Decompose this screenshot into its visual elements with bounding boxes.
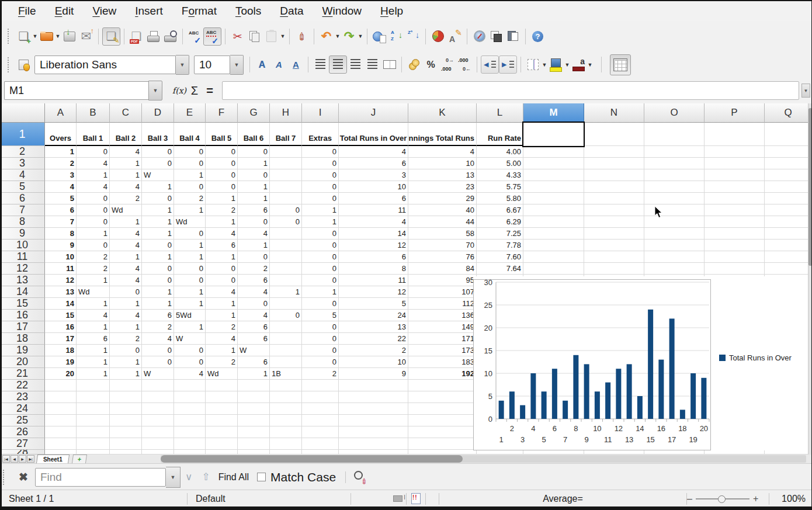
row-header-14[interactable]: 14	[0, 286, 45, 298]
cell-E9[interactable]: 0	[174, 228, 206, 240]
cell-K27[interactable]	[408, 438, 477, 450]
cell-E22[interactable]	[174, 380, 206, 391]
sort-descending-icon[interactable]	[405, 28, 422, 45]
cell-L11[interactable]: 7.60	[477, 251, 523, 263]
cell-K2[interactable]: 4	[408, 146, 477, 158]
cell-I21[interactable]: 2	[302, 368, 339, 380]
cell-G9[interactable]: 4	[238, 228, 270, 240]
cell-A3[interactable]: 2	[45, 158, 77, 169]
cell-E27[interactable]	[174, 438, 206, 450]
cell-N3[interactable]	[584, 158, 644, 169]
row-header-23[interactable]: 23	[0, 391, 45, 403]
cell-G4[interactable]: 0	[238, 169, 270, 181]
cell-B20[interactable]: 1	[77, 356, 110, 368]
cell-J14[interactable]: 12	[339, 286, 408, 298]
cell-K7[interactable]: 40	[408, 204, 477, 216]
cell-J28[interactable]	[339, 450, 408, 455]
cell-A24[interactable]	[45, 403, 77, 415]
cell-D4[interactable]: W	[142, 169, 174, 181]
cell-Q4[interactable]	[765, 169, 812, 181]
column-header-B[interactable]: B	[77, 103, 110, 123]
cell-C9[interactable]: 4	[110, 228, 142, 240]
cell-K20[interactable]: 183	[408, 356, 477, 368]
cell-G8[interactable]: 0	[238, 216, 270, 228]
italic-icon[interactable]	[270, 56, 287, 73]
cell-D14[interactable]: 1	[142, 286, 174, 298]
cell-L5[interactable]: 5.75	[477, 181, 523, 193]
currency-icon[interactable]	[405, 56, 422, 73]
cell-K12[interactable]: 84	[408, 263, 477, 275]
cell-D25[interactable]	[142, 415, 174, 426]
cell-Q3[interactable]	[765, 158, 812, 169]
sheet-number-status[interactable]: Sheet 1 / 1	[2, 494, 187, 504]
cell-Q9[interactable]	[765, 228, 812, 240]
cell-K1[interactable]: Innings Total Runs	[408, 123, 477, 146]
cell-P3[interactable]	[705, 158, 765, 169]
cell-K5[interactable]: 23	[408, 181, 477, 193]
row-header-16[interactable]: 16	[0, 310, 45, 321]
cell-I20[interactable]: 0	[302, 356, 339, 368]
cell-I10[interactable]: 0	[302, 240, 339, 251]
cell-Q8[interactable]	[765, 216, 812, 228]
cell-O3[interactable]	[644, 158, 705, 169]
cell-N7[interactable]	[584, 204, 644, 216]
cell-F2[interactable]: 0	[206, 146, 238, 158]
cell-J8[interactable]: 4	[339, 216, 408, 228]
cell-F16[interactable]: 1	[206, 310, 238, 321]
cell-I17[interactable]: 0	[302, 321, 339, 333]
cell-F4[interactable]: 0	[206, 169, 238, 181]
borders-icon[interactable]	[525, 56, 542, 73]
cell-F25[interactable]	[206, 415, 238, 426]
cell-H27[interactable]	[270, 438, 302, 450]
column-header-H[interactable]: H	[270, 103, 302, 123]
new-document-dropdown-icon[interactable]: ▼	[32, 33, 38, 39]
toolbar-grip[interactable]	[3, 470, 7, 485]
zoom-slider[interactable]: – +	[687, 494, 769, 504]
cell-C12[interactable]: 4	[110, 263, 142, 275]
document-modified-icon[interactable]	[411, 493, 421, 504]
cell-G11[interactable]: 0	[238, 251, 270, 263]
cell-J7[interactable]: 11	[339, 204, 408, 216]
delete-decimal-icon[interactable]	[456, 56, 473, 73]
column-header-L[interactable]: L	[477, 103, 523, 123]
cell-P2[interactable]	[705, 146, 765, 158]
zoom-in-icon[interactable]: +	[753, 494, 758, 504]
cell-G18[interactable]: 6	[238, 333, 270, 345]
cell-H22[interactable]	[270, 380, 302, 391]
menu-tools[interactable]: Tools	[226, 3, 270, 19]
cell-I19[interactable]: 0	[302, 345, 339, 356]
cell-B18[interactable]: 6	[77, 333, 110, 345]
cell-K3[interactable]: 10	[408, 158, 477, 169]
cell-I22[interactable]	[302, 380, 339, 391]
cell-M5[interactable]	[523, 181, 584, 193]
row-header-11[interactable]: 11	[0, 251, 45, 263]
cell-C22[interactable]	[110, 380, 142, 391]
auto-spellcheck-icon[interactable]	[203, 27, 221, 46]
cell-H23[interactable]	[270, 391, 302, 403]
cell-I4[interactable]: 0	[302, 169, 339, 181]
cell-K25[interactable]	[408, 415, 477, 426]
cell-I27[interactable]	[302, 438, 339, 450]
cell-P7[interactable]	[705, 204, 765, 216]
row-header-7[interactable]: 7	[0, 204, 45, 216]
cell-M6[interactable]	[523, 193, 584, 204]
cell-C10[interactable]: 4	[110, 240, 142, 251]
row-header-3[interactable]: 3	[0, 158, 45, 169]
cell-F26[interactable]	[206, 426, 238, 438]
cell-J4[interactable]: 3	[339, 169, 408, 181]
cell-G17[interactable]: 6	[238, 321, 270, 333]
row-header-25[interactable]: 25	[0, 415, 45, 426]
cell-P4[interactable]	[705, 169, 765, 181]
cell-L9[interactable]: 7.25	[477, 228, 523, 240]
cell-K16[interactable]: 136	[408, 310, 477, 321]
cell-O1[interactable]	[644, 123, 705, 146]
cell-J6[interactable]: 6	[339, 193, 408, 204]
undo-icon[interactable]	[318, 28, 335, 45]
cell-H16[interactable]: 0	[270, 310, 302, 321]
cell-F18[interactable]: 4	[206, 333, 238, 345]
grid-lines-icon[interactable]	[610, 54, 631, 75]
cell-G22[interactable]	[238, 380, 270, 391]
cell-J21[interactable]: 9	[339, 368, 408, 380]
cell-L6[interactable]: 5.80	[477, 193, 523, 204]
align-center-icon[interactable]	[329, 55, 347, 74]
